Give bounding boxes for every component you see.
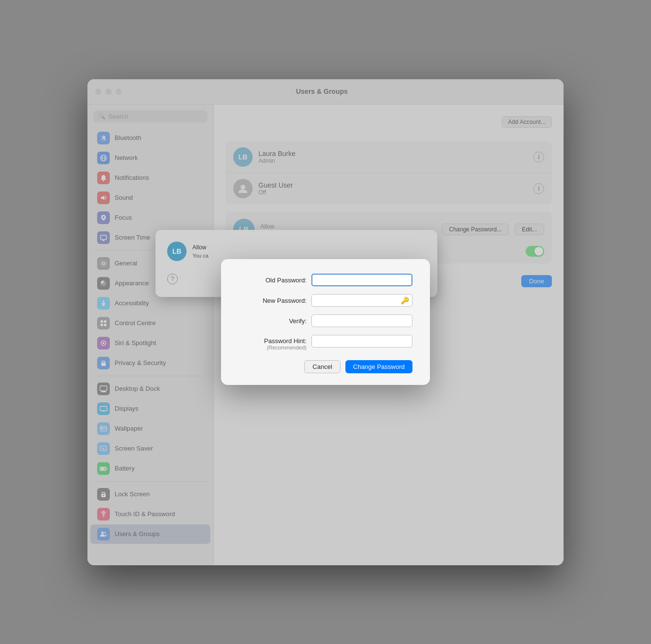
verify-input[interactable]: [311, 314, 412, 327]
modal-overlay: Old Password: New Password: 🔑 Verify: Pa…: [87, 79, 564, 565]
hint-row: Password Hint: (Recommended): [239, 335, 412, 350]
hint-input-wrapper: [311, 335, 412, 348]
hint-label: Password Hint:: [264, 337, 307, 345]
new-password-input[interactable]: [311, 294, 412, 307]
hint-sublabel: (Recommended): [267, 345, 307, 350]
new-password-input-wrapper: 🔑: [311, 294, 412, 307]
change-password-submit-button[interactable]: Change Password: [345, 360, 412, 373]
change-password-modal: Old Password: New Password: 🔑 Verify: Pa…: [221, 259, 430, 385]
key-icon[interactable]: 🔑: [401, 296, 409, 304]
verify-label: Verify:: [239, 317, 307, 325]
hint-input[interactable]: [311, 335, 412, 348]
main-window: Users & Groups 🔍 Search: [87, 79, 564, 565]
old-password-input[interactable]: [311, 274, 412, 286]
new-password-row: New Password: 🔑: [239, 294, 412, 307]
new-password-label: New Password:: [239, 297, 307, 304]
old-password-row: Old Password:: [239, 274, 412, 286]
verify-row: Verify:: [239, 314, 412, 327]
modal-buttons: Cancel Change Password: [239, 360, 412, 373]
cancel-button[interactable]: Cancel: [304, 360, 340, 373]
old-password-label: Old Password:: [239, 277, 307, 284]
